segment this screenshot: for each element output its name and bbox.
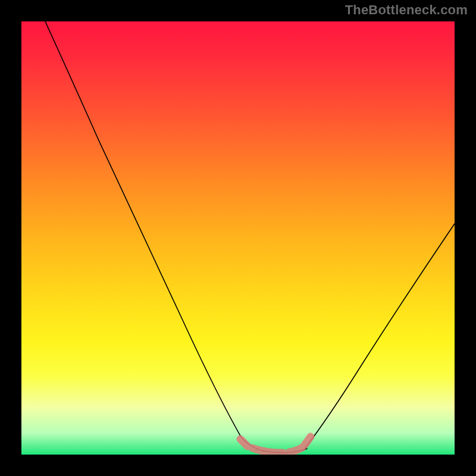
chart-frame: TheBottleneck.com <box>0 0 476 476</box>
curve-overlay <box>21 21 455 455</box>
plot-area <box>21 21 455 455</box>
watermark-text: TheBottleneck.com <box>345 2 468 18</box>
bottleneck-curve-right <box>304 224 455 450</box>
bottleneck-curve-left <box>45 21 265 451</box>
min-highlight-marker <box>240 437 311 453</box>
